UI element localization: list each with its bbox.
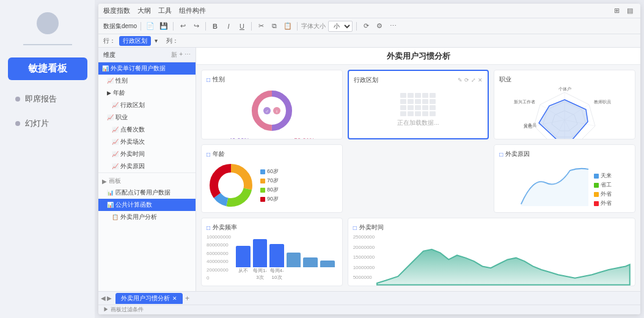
tree-node-freq[interactable]: 📈 点餐次数 — [98, 124, 196, 136]
freq-title-text: 外卖频率 — [213, 223, 237, 232]
tree-node-region[interactable]: 📈 行政区划 — [98, 99, 196, 111]
sidebar-label-slides: 幻灯片 — [25, 118, 49, 129]
canvas-area: 外卖用户习惯分析 □ 性别 — [196, 48, 640, 291]
reason-dot-3 — [594, 201, 599, 206]
time-x-6: 19:00 — [503, 285, 524, 286]
toolbar-more-icon[interactable]: ⋯ — [387, 21, 398, 32]
tree-node-scene[interactable]: 📈 外卖场次 — [98, 136, 196, 148]
age-legend-item-90: 90岁 — [260, 195, 279, 203]
sidebar-item-slides[interactable]: 幻灯片 — [8, 114, 87, 133]
region-close-icon[interactable]: ✕ — [478, 77, 483, 83]
filter-col-label: 列： — [166, 37, 178, 45]
tree-add-icon[interactable]: + — [179, 51, 183, 59]
bar-label-0: 从不 — [236, 267, 251, 281]
age-legend-item-80: 80岁 — [260, 186, 279, 194]
tree-node-gender[interactable]: 📈 性别 — [98, 75, 196, 87]
toolbar-grid-icon[interactable]: ⊞ — [611, 6, 622, 17]
tree-node-analysis-icon: 📋 — [112, 214, 119, 220]
tree-node-time[interactable]: 📈 外卖时间 — [98, 148, 196, 160]
y-label-0: 100000000 — [207, 234, 231, 240]
tab-add-button[interactable]: + — [185, 294, 189, 303]
sidebar-item-adhoc[interactable]: 即席报告 — [8, 90, 87, 108]
loading-cell — [400, 93, 406, 98]
tree-new-icon[interactable]: 新 — [171, 51, 177, 59]
tree-node-functions[interactable]: 📊 公共计算函数 — [98, 199, 196, 211]
tree-node-occupation-icon: 📈 — [107, 114, 114, 120]
dashboard-canvas: □ 性别 ♂ — [196, 65, 640, 291]
tree-section-2: ▶ 画板 📊 匹配点订餐用户数据 📊 公共计算函数 📋 外卖用户分析 — [98, 172, 196, 226]
y-label-3: 40000000 — [207, 259, 231, 264]
toolbar-sep-6 — [356, 22, 357, 31]
toolbar-italic-icon[interactable]: I — [223, 21, 234, 32]
tab-nav-left[interactable]: ◀ — [101, 295, 106, 301]
toolbar-redo-icon[interactable]: ↪ — [191, 21, 202, 32]
age-legend-label-70: 70岁 — [267, 177, 279, 185]
toolbar-sep-5 — [297, 22, 298, 31]
toolbar-new-icon[interactable]: 📄 — [145, 21, 156, 32]
menu-item-tools[interactable]: 工具 — [158, 6, 172, 15]
tree-node-functions-label: 公共计算函数 — [115, 201, 152, 209]
sidebar-dot-adhoc — [15, 97, 20, 102]
toolbar-refresh-icon[interactable]: ⟳ — [360, 21, 371, 32]
region-edit-icon[interactable]: ✎ — [458, 77, 463, 83]
menu-item-outline[interactable]: 大纲 — [137, 6, 151, 15]
loading-indicator: 正在加载数据... — [354, 87, 483, 133]
tree-node-age[interactable]: ▶ 年龄 — [98, 87, 196, 99]
reason-dot-2 — [594, 192, 599, 197]
toolbar-sep-2 — [173, 22, 174, 31]
bar-label-5 — [320, 267, 335, 281]
svg-text:教师职员: 教师职员 — [594, 100, 611, 105]
loading-cell — [400, 99, 406, 104]
tree-node-root[interactable]: 📊 外卖单订餐用户数据 — [98, 62, 196, 75]
filter-tag-region[interactable]: 行政区划 — [119, 36, 151, 46]
time-x-9: 4:00 — [566, 285, 587, 286]
occupation-card: 职业 — [494, 70, 635, 139]
tree-node-reason[interactable]: 📈 外卖原因 — [98, 160, 196, 172]
toolbar-sep-3 — [205, 22, 206, 31]
reason-legend-item-2: 外省 — [594, 190, 612, 198]
menu-item-components[interactable]: 组件构件 — [179, 6, 206, 15]
legend-dot-90 — [260, 197, 265, 202]
tab-close-icon[interactable]: ✕ — [172, 295, 177, 301]
radar-chart-svg: 个体户 教师职员 企业白领 学生 其他 新兴工作者 公务员 — [522, 86, 607, 139]
tree-node-match-label: 匹配点订餐用户数据 — [115, 188, 170, 197]
toolbar-cut-icon[interactable]: ✂ — [255, 21, 266, 32]
toolbar-view-icon[interactable]: ▤ — [624, 6, 635, 17]
menu-item-main[interactable]: 极度指数 — [103, 6, 130, 15]
age-legend-label-90: 90岁 — [267, 195, 279, 203]
bar-5 — [320, 261, 335, 267]
bar-3 — [287, 253, 301, 267]
tree-node-match[interactable]: 📊 匹配点订餐用户数据 — [98, 187, 196, 199]
sidebar-item-dashboard[interactable]: 敏捷看板 — [8, 57, 87, 80]
canvas-title-text: 外卖用户习惯分析 — [387, 51, 450, 62]
font-size-select[interactable]: 小中大 — [328, 21, 353, 32]
toolbar-paste-icon[interactable]: 📋 — [282, 21, 293, 32]
freq-chart-area: 100000000 80000000 60000000 40000000 200… — [207, 234, 337, 281]
tree-node-gender-label: 性别 — [115, 76, 128, 85]
tree-header-icons: 新 + ⋯ — [171, 51, 191, 59]
tree-node-analysis[interactable]: 📋 外卖用户分析 — [98, 211, 196, 223]
tab-nav-right[interactable]: ▶ — [107, 295, 112, 301]
toolbar-settings-icon[interactable]: ⚙ — [374, 21, 385, 32]
toolbar-sep-4 — [251, 22, 252, 31]
tree-node-occupation[interactable]: 📈 职业 — [98, 111, 196, 124]
toolbar-copy-icon[interactable]: ⧉ — [269, 21, 280, 32]
age-legend-label-60: 60岁 — [267, 168, 279, 176]
filter-condition-label[interactable]: ▶ 画板过滤条件 — [103, 306, 144, 314]
toolbar-underline-icon[interactable]: U — [236, 21, 247, 32]
region-refresh-icon[interactable]: ⟳ — [464, 77, 469, 83]
time-x-11: 8:00 — [608, 285, 629, 286]
tree-more-icon[interactable]: ⋯ — [185, 51, 191, 59]
toolbar-bold-icon[interactable]: B — [210, 21, 221, 32]
tree-node-freq-icon: 📈 — [112, 127, 119, 133]
tree-node-age-label: 年龄 — [113, 89, 125, 97]
sidebar-divider — [23, 44, 72, 45]
time-x-0: 0:00 — [378, 285, 399, 286]
region-expand-icon[interactable]: ⤢ — [471, 77, 476, 83]
toolbar-undo-icon[interactable]: ↩ — [177, 21, 188, 32]
time-card-title: □ 外卖时间 — [353, 223, 630, 232]
filter-arrow: ▾ — [155, 37, 158, 44]
sidebar-label-adhoc: 即席报告 — [25, 94, 57, 105]
tab-analysis[interactable]: 外卖用户习惯分析 ✕ — [115, 293, 183, 304]
toolbar-save-icon[interactable]: 💾 — [158, 21, 169, 32]
